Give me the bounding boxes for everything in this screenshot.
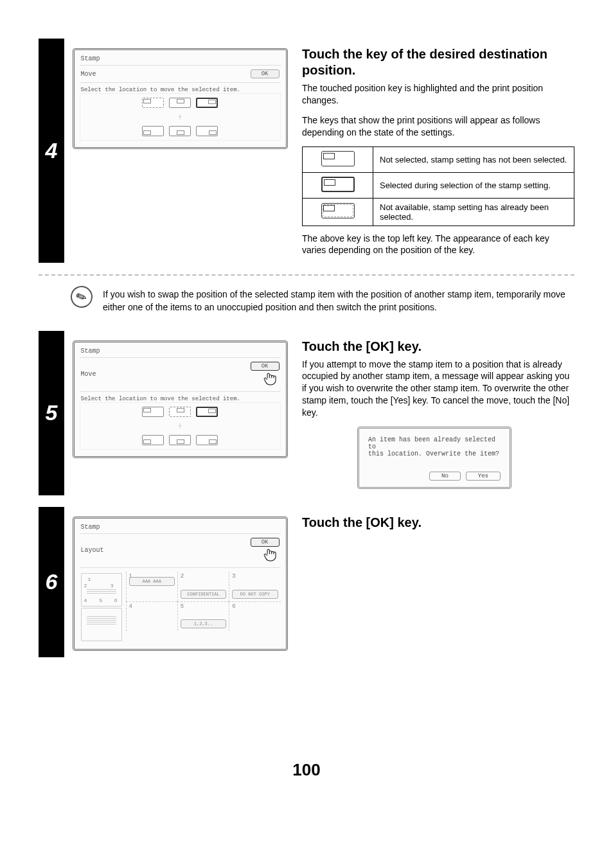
position-top-center[interactable] — [169, 98, 191, 108]
ok-button[interactable]: OK — [251, 69, 280, 78]
zone-number: 2 — [181, 573, 184, 580]
step-text: If you attempt to move the stamp item to… — [302, 359, 574, 419]
layout-thumbnail: 1 2 3 4 5 6 — [80, 572, 123, 642]
thumb-num: 6 — [114, 598, 118, 603]
zone-number: 6 — [232, 603, 235, 610]
step-text: The keys that show the print positions w… — [302, 114, 574, 139]
hand-pointer-icon — [262, 371, 280, 387]
position-top-right[interactable] — [196, 407, 218, 417]
zone-number: 5 — [181, 603, 184, 610]
dialog-text: this location. Overwrite the item? — [368, 450, 501, 457]
position-bottom-left[interactable] — [142, 126, 164, 136]
position-bottom-left[interactable] — [142, 435, 164, 445]
no-button[interactable]: No — [429, 472, 461, 481]
panel-subtitle: Move — [81, 71, 96, 78]
move-panel: Stamp Move OK Select the location to mov… — [73, 48, 288, 149]
panel-subtitle: Move — [81, 371, 96, 378]
panel-message: Select the location to move the selected… — [80, 87, 281, 93]
zone-number: 3 — [232, 573, 235, 580]
layout-panel: Stamp Layout OK 1 2 3 — [73, 517, 288, 651]
stamp-item[interactable]: DO NOT COPY — [232, 590, 278, 599]
thumb-num: 1 — [88, 576, 91, 582]
step-text: The above key is the top left key. The a… — [302, 233, 574, 257]
thumb-num: 5 — [100, 598, 103, 603]
separator — [39, 274, 574, 276]
state-key-selected — [321, 177, 355, 192]
step-heading: Touch the [OK] key. — [302, 339, 574, 355]
position-bottom-right[interactable] — [196, 435, 218, 445]
position-top-center[interactable] — [169, 407, 191, 417]
note-icon: ✎ — [67, 283, 96, 312]
state-desc: Not selected, stamp setting has not been… — [373, 146, 574, 172]
overwrite-dialog: An item has been already selected to thi… — [357, 427, 511, 489]
step-number: 4 — [39, 39, 64, 263]
dialog-text: An item has been already selected to — [368, 436, 501, 450]
stamp-item[interactable]: 1,2,3.. — [181, 619, 226, 628]
zone-number: 4 — [129, 603, 132, 610]
position-top-right[interactable] — [196, 98, 218, 108]
state-table: Not selected, stamp setting has not been… — [302, 146, 574, 226]
position-bottom-center[interactable] — [169, 126, 191, 136]
move-panel: Stamp Move OK Select the location to mov… — [73, 341, 288, 458]
step-heading: Touch the [OK] key. — [302, 515, 574, 531]
thumb-num: 4 — [84, 598, 87, 603]
position-bottom-right[interactable] — [196, 126, 218, 136]
position-bottom-center[interactable] — [169, 435, 191, 445]
note-text: If you wish to swap the position of the … — [103, 286, 574, 314]
state-key-notselected — [321, 151, 355, 166]
hand-pointer-icon — [262, 547, 280, 563]
step-text: The touched position key is highlighted … — [302, 82, 574, 107]
stamp-item[interactable]: CONFIDENTIAL — [181, 590, 226, 599]
position-grid: ┼ — [84, 98, 276, 136]
panel-title: Stamp — [80, 54, 281, 66]
state-desc: Not available, stamp setting has already… — [373, 198, 574, 226]
position-grid: ┼ — [84, 407, 276, 445]
page-number: 100 — [39, 760, 574, 780]
panel-subtitle: Layout — [81, 547, 104, 554]
position-top-left[interactable] — [142, 98, 164, 108]
step-number: 6 — [39, 507, 64, 657]
stamp-item[interactable]: AAA AAA — [129, 577, 175, 586]
yes-button[interactable]: Yes — [466, 472, 501, 481]
step-heading: Touch the key of the desired destination… — [302, 46, 574, 78]
position-top-left[interactable] — [142, 407, 164, 417]
ok-button[interactable]: OK — [251, 538, 280, 547]
step-number: 5 — [39, 331, 64, 495]
ok-button[interactable]: OK — [251, 362, 280, 371]
panel-title: Stamp — [80, 522, 281, 534]
panel-message: Select the location to move the selected… — [80, 396, 281, 402]
panel-title: Stamp — [80, 346, 281, 358]
state-desc: Selected during selection of the stamp s… — [373, 172, 574, 198]
state-key-unavailable — [321, 203, 355, 218]
